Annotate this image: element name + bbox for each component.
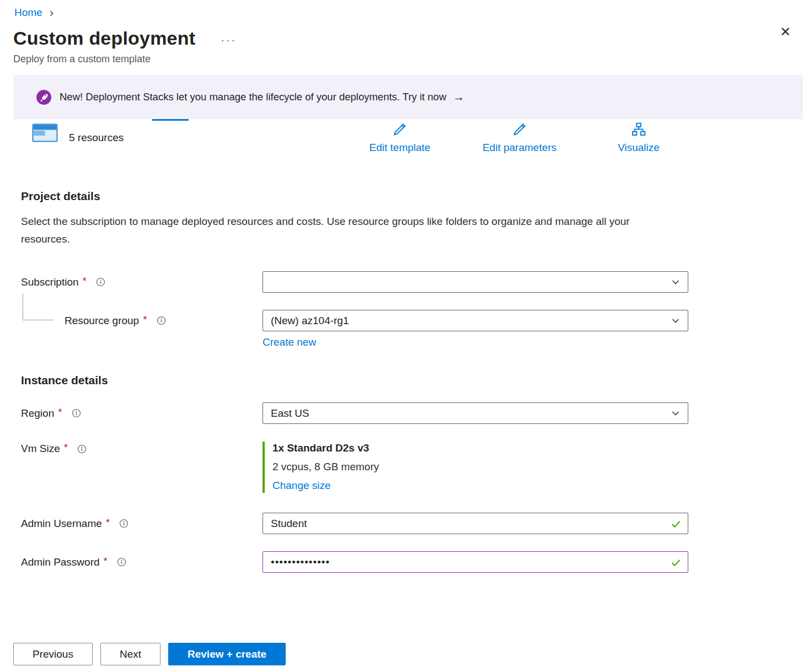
banner-arrow-icon[interactable]: →	[453, 90, 464, 104]
admin-password-label: Admin Password	[21, 556, 100, 568]
change-size-link[interactable]: Change size	[272, 480, 331, 492]
breadcrumb-home-link[interactable]: Home	[14, 7, 42, 19]
edit-parameters-label: Edit parameters	[483, 142, 556, 154]
vm-size-row: Vm Size * 1x Standard D2s v3 2 vcpus, 8 …	[21, 442, 790, 493]
page-header: Custom deployment ··· ✕ Deploy from a cu…	[0, 19, 803, 65]
promo-banner[interactable]: New! Deployment Stacks let you manage th…	[13, 75, 803, 119]
info-icon[interactable]	[119, 519, 129, 528]
resources-icon	[32, 122, 58, 145]
admin-password-input[interactable]	[263, 551, 688, 573]
edit-template-label: Edit template	[370, 142, 431, 154]
clipped-link-fragment	[152, 119, 189, 121]
template-bar: 5 resources Edit template Edit parameter…	[13, 119, 790, 159]
required-asterisk: *	[58, 406, 62, 418]
admin-password-row: Admin Password *	[21, 551, 790, 573]
resource-group-value: (New) az104-rg1	[271, 315, 349, 327]
template-resources: 5 resources	[32, 122, 124, 145]
visualize-button[interactable]: Visualize	[618, 121, 660, 154]
project-details-heading: Project details	[21, 190, 790, 203]
required-asterisk: *	[106, 517, 110, 529]
info-icon[interactable]	[157, 316, 166, 325]
admin-username-input[interactable]	[263, 513, 688, 534]
pencil-icon	[392, 121, 408, 140]
region-dropdown[interactable]: East US	[263, 402, 688, 424]
previous-button[interactable]: Previous	[13, 643, 93, 665]
tree-connector	[23, 293, 53, 320]
resources-count: 5 resources	[69, 132, 124, 145]
review-create-button[interactable]: Review + create	[168, 643, 286, 665]
resource-group-dropdown[interactable]: (New) az104-rg1	[263, 310, 688, 331]
region-row: Region * East US	[21, 402, 790, 424]
subscription-label: Subscription	[21, 276, 79, 288]
region-value: East US	[271, 407, 309, 420]
vm-size-title: 1x Standard D2s v3	[272, 442, 688, 454]
info-icon[interactable]	[72, 408, 81, 418]
edit-parameters-button[interactable]: Edit parameters	[483, 121, 556, 154]
close-icon: ✕	[780, 24, 791, 39]
subscription-row: Subscription *	[21, 271, 790, 293]
footer-actions: Previous Next Review + create	[13, 643, 286, 665]
page-subtitle: Deploy from a custom template	[13, 53, 790, 65]
vm-size-description: 2 vcpus, 8 GB memory	[272, 461, 688, 473]
breadcrumb: Home	[0, 0, 803, 19]
chevron-down-icon	[671, 409, 680, 418]
resource-group-label: Resource group	[65, 315, 139, 327]
close-button[interactable]: ✕	[780, 25, 791, 39]
required-asterisk: *	[83, 275, 87, 287]
instance-details-heading: Instance details	[21, 374, 790, 387]
admin-username-row: Admin Username *	[21, 513, 790, 534]
project-details-description: Select the subscription to manage deploy…	[21, 213, 661, 248]
form-content: Project details Select the subscription …	[0, 190, 803, 573]
info-icon[interactable]	[77, 444, 87, 454]
admin-username-label: Admin Username	[21, 518, 102, 530]
more-options-icon[interactable]: ···	[221, 34, 237, 46]
info-icon[interactable]	[117, 557, 126, 567]
vm-size-label: Vm Size	[21, 443, 60, 455]
info-icon[interactable]	[96, 277, 105, 287]
resource-group-row: Resource group * (New) az104-rg1	[21, 310, 790, 331]
page-title: Custom deployment	[13, 28, 195, 49]
vm-size-selection: 1x Standard D2s v3 2 vcpus, 8 GB memory …	[263, 442, 688, 493]
visualize-label: Visualize	[618, 142, 660, 154]
banner-message: New! Deployment Stacks let you manage th…	[60, 91, 446, 103]
required-asterisk: *	[64, 442, 68, 454]
required-asterisk: *	[104, 555, 108, 567]
subscription-dropdown[interactable]	[263, 271, 688, 293]
visualize-icon	[630, 121, 647, 140]
required-asterisk: *	[143, 314, 147, 326]
chevron-down-icon	[671, 278, 680, 287]
next-button[interactable]: Next	[100, 643, 160, 665]
edit-template-button[interactable]: Edit template	[370, 121, 431, 154]
breadcrumb-chevron-icon	[48, 10, 55, 17]
create-new-link[interactable]: Create new	[263, 336, 316, 348]
rocket-icon	[36, 90, 51, 105]
region-label: Region	[21, 407, 54, 420]
pencil-icon	[511, 121, 528, 140]
chevron-down-icon	[671, 316, 680, 325]
